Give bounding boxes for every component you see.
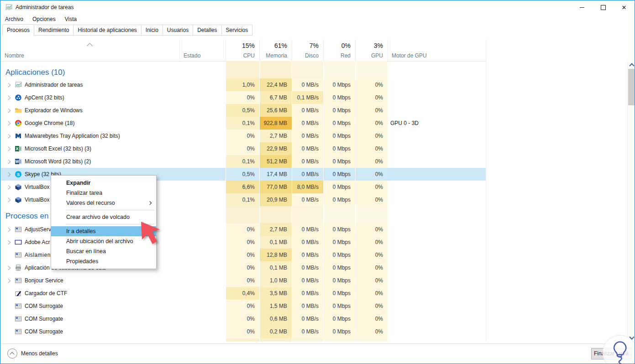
gpu-engine-cell [388, 181, 486, 193]
close-button[interactable]: ✕ [614, 0, 635, 14]
svg-text:X: X [16, 146, 18, 151]
menu-item-valores-del-recurso[interactable]: Valores del recurso [51, 198, 156, 208]
disk-cell: 0 MB/s [292, 274, 323, 287]
gpu-cell: 0% [355, 312, 388, 325]
process-name: COM Surrogate [25, 312, 63, 325]
title-bar: Administrador de tareas ✕ [0, 0, 635, 14]
net-cell [323, 338, 355, 342]
scrollbar-down-button[interactable] [628, 334, 635, 342]
less-details-toggle[interactable] [7, 348, 17, 359]
cpu-cell: 0% [226, 236, 259, 249]
tab-detalles[interactable]: Detalles [193, 25, 221, 36]
gpu-cell: 0% [355, 223, 388, 236]
cpu-cell: 0,1% [226, 193, 259, 206]
gpu-cell: 0% [355, 274, 388, 287]
column-header-red[interactable]: 0%Red [323, 40, 355, 61]
cpu-cell: 0,5% [226, 168, 259, 181]
net-cell: 0 Mbps [323, 312, 355, 325]
menu-item-finalizar-tarea[interactable]: Finalizar tarea [51, 188, 156, 198]
scrollbar-thumb[interactable] [628, 69, 635, 105]
gpu-engine-cell [388, 168, 486, 181]
minimize-button[interactable] [572, 0, 593, 14]
tab-historial-de-aplicaciones[interactable]: Historial de aplicaciones [73, 25, 141, 36]
less-details-label[interactable]: Menos detalles [21, 344, 58, 363]
tab-rendimiento[interactable]: Rendimiento [34, 25, 73, 36]
net-cell: 0 Mbps [323, 274, 355, 287]
process-name: Malwarebytes Tray Application (32 bits) [25, 130, 120, 142]
column-header-disco[interactable]: 7%Disco [292, 40, 323, 61]
net-cell: 0 Mbps [323, 236, 355, 249]
menu-item-expandir[interactable]: Expandir [51, 178, 156, 188]
process-row[interactable]: Google Chrome (18)0,1%922,8 MB0 MB/s0 Mb… [1, 117, 486, 130]
expand-chevron-icon [6, 96, 10, 100]
gpu-cell: 0% [355, 130, 388, 142]
maximize-button[interactable] [593, 0, 614, 14]
cpu-cell: 0% [226, 300, 259, 312]
group-header-row[interactable]: Aplicaciones (10) [1, 61, 486, 78]
process-row[interactable]: Bonjour Service0%1,0 MB0 MB/s0 Mbps0% [1, 274, 486, 287]
windefault-icon [15, 328, 22, 335]
total-cpu-percent: 15% [242, 42, 255, 49]
column-header-estado[interactable]: Estado [179, 40, 226, 61]
disk-cell: 0 MB/s [292, 78, 323, 91]
taskmgr-icon [15, 81, 22, 88]
process-name: Microsoft Excel (32 bits) (3) [25, 142, 91, 155]
menubar-item-vista[interactable]: Vista [60, 14, 81, 24]
mem-cell: 0,1 MB [259, 261, 292, 274]
cpu-cell: 6,6% [226, 181, 259, 193]
disk-cell: 0,1 MB/s [292, 91, 323, 104]
process-row[interactable]: Administrador de tareas1,0%22,4 MB0 MB/s… [1, 78, 486, 91]
column-header-memoria[interactable]: 61%Memoria [259, 40, 292, 61]
disk-cell: 0 MB/s [292, 312, 323, 325]
task-manager-window: Administrador de tareas ✕ ArchivoOpcione… [0, 0, 635, 364]
column-header-gpu[interactable]: 3%GPU [355, 40, 388, 61]
column-header-motor-de-gpu[interactable]: Motor de GPU [388, 40, 486, 61]
disk-cell: 0 MB/s [292, 168, 323, 181]
tab-inicio[interactable]: Inicio [141, 25, 163, 36]
windefault-icon [15, 315, 22, 322]
menu-item-buscar-en-l-nea[interactable]: Buscar en línea [51, 246, 156, 256]
column-label: GPU [371, 52, 383, 59]
process-row[interactable]: Cargador de CTF0,4%3,5 MB0 MB/s0 Mbps0% [1, 287, 486, 300]
gpu-engine-cell [388, 287, 486, 300]
menubar-item-opciones[interactable]: Opciones [28, 14, 60, 24]
gpu-cell: 0% [355, 142, 388, 155]
cpu-cell: 0% [226, 261, 259, 274]
vertical-scrollbar[interactable] [627, 61, 635, 342]
menu-item-propiedades[interactable]: Propiedades [51, 256, 156, 266]
name-cell: COM Surrogate [1, 312, 179, 325]
chrome-icon [15, 120, 22, 127]
process-row[interactable]: COM Surrogate0%1,5 MB0 MB/s0 Mbps0% [1, 300, 486, 312]
process-row[interactable]: Explorador de Windows0,5%25,6 MB0 MB/s0 … [1, 104, 486, 117]
process-row[interactable]: COM Surrogate0%0,2 MB0 MB/s0 Mbps0% [1, 325, 486, 338]
process-row[interactable]: ApCent (32 bits)0%6,7 MB0,1 MB/s0 Mbps0% [1, 91, 486, 104]
gpu-cell: 0% [355, 193, 388, 206]
gpu-cell: 0% [355, 325, 388, 338]
mem-cell: 6,7 MB [259, 91, 292, 104]
process-row[interactable]: XMicrosoft Excel (32 bits) (3)0%22,9 MB0… [1, 142, 486, 155]
expand-chevron-icon [6, 185, 10, 189]
net-cell: 0 Mbps [323, 193, 355, 206]
tab-procesos[interactable]: Procesos [2, 24, 34, 36]
process-row[interactable]: COM Surrogate0%0,6 MB0 MB/s0 Mbps0% [1, 312, 486, 325]
column-header-cpu[interactable]: 15%CPU [226, 40, 259, 61]
disk-cell: 0 MB/s [292, 155, 323, 168]
process-row[interactable]: WMicrosoft Word (32 bits) (2)0,1%51,2 MB… [1, 155, 486, 168]
column-header-nombre[interactable]: Nombre [1, 40, 179, 61]
gpu-engine-cell [388, 104, 486, 117]
scrollbar-up-button[interactable] [628, 61, 635, 69]
mem-cell: 2,7 MB [259, 130, 292, 142]
process-row[interactable]: Malwarebytes Tray Application (32 bits)0… [1, 130, 486, 142]
gpu-cell: 0% [355, 287, 388, 300]
tab-usuarios[interactable]: Usuarios [163, 25, 193, 36]
process-name: Google Chrome (18) [25, 117, 74, 130]
menubar-item-archivo[interactable]: Archivo [0, 14, 28, 24]
net-cell: 0 Mbps [323, 223, 355, 236]
end-task-button[interactable]: Finalizar tarea [591, 348, 631, 359]
tab-servicios[interactable]: Servicios [221, 25, 253, 36]
process-name: AdjustServ [25, 223, 51, 236]
expand-chevron-icon [6, 160, 10, 164]
sort-ascending-icon [87, 43, 93, 49]
column-label: Disco [305, 52, 319, 59]
name-cell: XMicrosoft Excel (32 bits) (3) [1, 142, 179, 155]
